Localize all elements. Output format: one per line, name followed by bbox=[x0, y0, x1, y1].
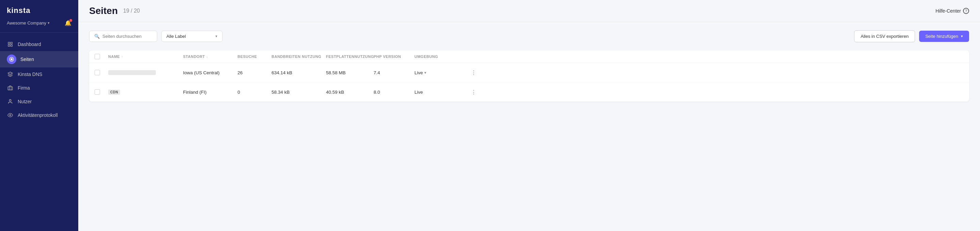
row2-checkbox-cell bbox=[95, 89, 108, 95]
sidebar-item-seiten[interactable]: Seiten bbox=[0, 51, 78, 67]
sidebar-nav: Dashboard Seiten Kinsta DNS Firma bbox=[0, 33, 78, 231]
page-title-area: Seiten 19 / 20 bbox=[89, 5, 140, 16]
header-name: NAME ↑ bbox=[108, 55, 183, 59]
dashboard-icon bbox=[7, 41, 14, 48]
label-dropdown-text: Alle Label bbox=[166, 34, 186, 39]
svg-rect-3 bbox=[8, 45, 10, 47]
sidebar-item-label: Kinsta DNS bbox=[18, 72, 42, 77]
header-besuche: BESUCHE bbox=[237, 55, 272, 59]
company-chevron-icon: ▾ bbox=[48, 21, 50, 25]
svg-point-7 bbox=[9, 99, 11, 101]
main-content: Seiten 19 / 20 Hilfe-Center ? 🔍 Alle Lab… bbox=[78, 0, 980, 231]
page-title: Seiten bbox=[89, 5, 118, 16]
page-count: 19 / 20 bbox=[123, 8, 140, 14]
row1-umgebung: Live ▾ bbox=[414, 70, 469, 75]
company-name-text: Awesome Company bbox=[7, 21, 46, 26]
row2-more-button[interactable]: ⋮ bbox=[469, 87, 479, 97]
sidebar-item-label: Aktivitätenprotokoll bbox=[18, 112, 58, 118]
row2-festplatten: 40.59 kB bbox=[326, 90, 374, 95]
firma-icon bbox=[7, 85, 14, 91]
aktivitaetsprotokoll-icon bbox=[7, 112, 14, 119]
sidebar-item-firma[interactable]: Firma bbox=[0, 81, 78, 95]
header-standort: STANDORT ↓ bbox=[183, 55, 237, 59]
kinsta-dns-icon bbox=[7, 71, 14, 78]
sidebar-item-dashboard[interactable]: Dashboard bbox=[0, 37, 78, 51]
row2-actions: ⋮ bbox=[469, 87, 482, 97]
help-center-link[interactable]: Hilfe-Center ? bbox=[935, 8, 969, 14]
row1-more-button[interactable]: ⋮ bbox=[469, 68, 479, 77]
pages-table: NAME ↑ STANDORT ↓ BESUCHE BANDBREITEN NU… bbox=[89, 50, 969, 101]
search-icon: 🔍 bbox=[94, 34, 100, 39]
row1-checkbox-cell bbox=[95, 70, 108, 75]
row1-live-select[interactable]: Live ▾ bbox=[414, 70, 469, 75]
search-box[interactable]: 🔍 bbox=[89, 30, 157, 42]
table-row: Iowa (US Central) 26 634.14 kB 58.58 MB … bbox=[89, 63, 969, 82]
notification-bell[interactable]: 🔔 bbox=[65, 20, 72, 26]
row2-name: CDN bbox=[108, 89, 183, 95]
row1-besuche: 26 bbox=[237, 70, 272, 75]
help-circle-icon: ? bbox=[963, 8, 969, 14]
row2-besuche: 0 bbox=[237, 90, 272, 95]
toolbar: 🔍 Alle Label ▾ Alles in CSV exportieren … bbox=[89, 30, 969, 42]
row1-actions: ⋮ bbox=[469, 68, 482, 77]
sidebar-item-label: Seiten bbox=[21, 56, 34, 62]
sidebar-header: kinsta Awesome Company ▾ 🔔 bbox=[0, 0, 78, 33]
sidebar-item-label: Firma bbox=[18, 85, 30, 91]
top-bar: Seiten 19 / 20 Hilfe-Center ? bbox=[78, 0, 980, 22]
nutzer-icon bbox=[7, 98, 14, 105]
row1-umgebung-label: Live bbox=[414, 70, 423, 75]
name-placeholder-bar bbox=[108, 70, 156, 75]
svg-rect-0 bbox=[8, 42, 10, 44]
svg-point-8 bbox=[10, 114, 11, 116]
row1-festplatten: 58.58 MB bbox=[326, 70, 374, 75]
chevron-down-icon: ▾ bbox=[961, 34, 963, 38]
table-header: NAME ↑ STANDORT ↓ BESUCHE BANDBREITEN NU… bbox=[89, 50, 969, 63]
seiten-icon-circle bbox=[7, 55, 16, 64]
add-page-button[interactable]: Seite hinzufügen ▾ bbox=[919, 30, 969, 42]
chevron-down-icon: ▾ bbox=[424, 71, 426, 75]
row2-bandbreiten: 58.34 kB bbox=[272, 90, 326, 95]
select-all-checkbox[interactable] bbox=[95, 54, 100, 59]
header-festplatten: FESTPLATTENNUTZUNG bbox=[326, 55, 374, 59]
sidebar-item-kinsta-dns[interactable]: Kinsta DNS bbox=[0, 67, 78, 81]
help-center-text: Hilfe-Center bbox=[935, 8, 961, 14]
row1-standort: Iowa (US Central) bbox=[183, 70, 237, 75]
sidebar-item-nutzer[interactable]: Nutzer bbox=[0, 95, 78, 108]
company-name[interactable]: Awesome Company ▾ bbox=[7, 21, 50, 26]
row1-bandbreiten: 634.14 kB bbox=[272, 70, 326, 75]
svg-rect-2 bbox=[11, 45, 12, 47]
svg-rect-6 bbox=[8, 87, 12, 90]
sidebar-item-aktivitaetsprotokoll[interactable]: Aktivitätenprotokoll bbox=[0, 108, 78, 122]
sidebar-item-label: Dashboard bbox=[18, 42, 41, 47]
row1-php: 7.4 bbox=[374, 70, 414, 75]
kinsta-logo: kinsta bbox=[7, 6, 72, 15]
sidebar-item-label: Nutzer bbox=[18, 99, 32, 104]
row2-checkbox[interactable] bbox=[95, 89, 100, 95]
row1-checkbox[interactable] bbox=[95, 70, 100, 75]
kinsta-logo-text: kinsta bbox=[7, 6, 30, 15]
header-checkbox-cell bbox=[95, 54, 108, 59]
content-area: 🔍 Alle Label ▾ Alles in CSV exportieren … bbox=[78, 22, 980, 231]
sort-desc-icon[interactable]: ↓ bbox=[206, 55, 208, 59]
header-php: PHP VERSION bbox=[374, 55, 414, 59]
export-csv-button[interactable]: Alles in CSV exportieren bbox=[854, 30, 915, 42]
search-input[interactable] bbox=[102, 34, 152, 39]
svg-rect-1 bbox=[11, 42, 12, 44]
table-row: CDN Finland (FI) 0 58.34 kB 40.59 kB 8.0… bbox=[89, 82, 969, 101]
row2-umgebung: Live bbox=[414, 90, 469, 95]
notification-dot bbox=[69, 19, 72, 22]
header-bandbreiten: BANDBREITEN NUTZUNG bbox=[272, 55, 326, 59]
svg-point-5 bbox=[11, 59, 13, 60]
label-dropdown[interactable]: Alle Label ▾ bbox=[161, 30, 223, 42]
cdn-badge: CDN bbox=[108, 90, 120, 95]
row2-standort: Finland (FI) bbox=[183, 90, 237, 95]
toolbar-right: Alles in CSV exportieren Seite hinzufüge… bbox=[854, 30, 969, 42]
sidebar-company: Awesome Company ▾ 🔔 bbox=[7, 18, 72, 27]
chevron-down-icon: ▾ bbox=[215, 34, 218, 38]
row1-name bbox=[108, 70, 183, 75]
header-umgebung: UMGEBUNG bbox=[414, 55, 469, 59]
sidebar: kinsta Awesome Company ▾ 🔔 Dashboard bbox=[0, 0, 78, 231]
sort-asc-icon[interactable]: ↑ bbox=[121, 55, 123, 59]
add-page-label: Seite hinzufügen bbox=[925, 34, 958, 39]
row2-php: 8.0 bbox=[374, 90, 414, 95]
